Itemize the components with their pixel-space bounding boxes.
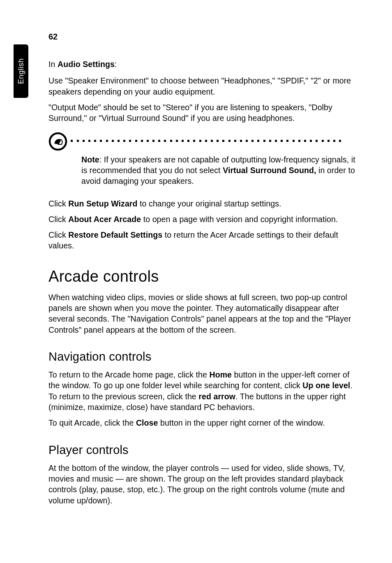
paragraph-player-controls: At the bottom of the window, the player … xyxy=(48,463,361,506)
heading-player-controls: Player controls xyxy=(48,443,361,457)
paragraph-run-setup: Click Run Setup Wizard to change your or… xyxy=(48,198,361,209)
paragraph-arcade-controls-desc: When watching video clips, movies or sli… xyxy=(48,292,361,335)
paragraph-speaker-environment: Use "Speaker Environment" to choose betw… xyxy=(48,75,361,97)
note-icon xyxy=(48,132,67,151)
note-text: Note: If your speakers are not capable o… xyxy=(81,154,361,187)
paragraph-quit-arcade: To quit Arcade, click the Close button i… xyxy=(48,417,361,428)
paragraph-about-arcade: Click About Acer Arcade to open a page w… xyxy=(48,214,361,225)
heading-arcade-controls: Arcade controls xyxy=(48,268,361,285)
paragraph-restore-defaults: Click Restore Default Settings to return… xyxy=(48,229,361,251)
page-number: 62 xyxy=(48,32,361,42)
note-block: Note: If your speakers are not capable o… xyxy=(48,132,361,187)
heading-navigation-controls: Navigation controls xyxy=(48,350,361,364)
paragraph-output-mode: "Output Mode" should be set to "Stereo" … xyxy=(48,102,361,124)
language-tab: English xyxy=(14,44,28,98)
paragraph-audio-settings-intro: In Audio Settings: xyxy=(48,59,361,70)
paragraph-navigation-controls: To return to the Arcade home page, click… xyxy=(48,369,361,412)
language-tab-label: English xyxy=(17,58,25,84)
note-dots xyxy=(71,136,345,144)
